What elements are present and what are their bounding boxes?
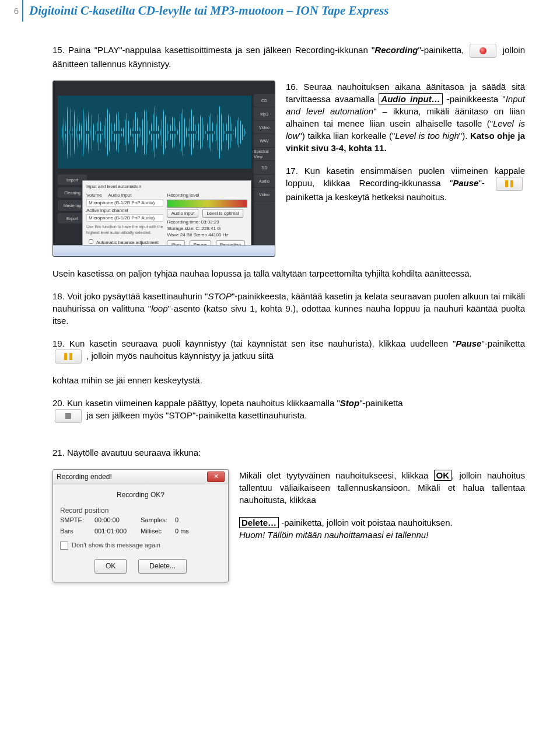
text: 15. Paina "PLAY"-nappulaa kasettisoittim… [52,45,374,55]
delete-button[interactable]: Delete... [138,559,187,574]
side-item: Mp3 [254,107,275,121]
text: 20. Kun kasetin viimeinen kappale päätty… [52,398,340,408]
side-item: WAV [254,134,275,148]
paragraph-21-lead: 21. Näytölle avautuu seuraava ikkuna: [52,446,525,459]
waveform-display [58,96,251,169]
text: painiketta ja keskeytä hetkeksi nauhoitu… [286,192,447,202]
dialog-titlebar: Recording ended! ✕ [53,470,228,484]
text: Mikäli olet tyytyväinen nauhoitukseesi, … [239,470,434,480]
dlg-checkbox [89,239,93,244]
ok-button[interactable]: OK [94,559,127,574]
paragraph-15: 15. Paina "PLAY"-nappulaa kasettisoittim… [52,44,525,70]
emphasis-pause: Pause [453,178,478,188]
dlg-label: Recording level [167,192,247,198]
paragraph-19: 19. Kun kasetin seuraava puoli käynnisty… [52,337,525,364]
text: "). [459,131,470,141]
emphasis: Level is too high [395,131,459,141]
grid-label: Bars [60,527,92,536]
paragraph-17: 17. Kun kasetin ensimmäisen puolen viime… [286,165,525,203]
emphasis-recording: Recording [374,45,418,55]
paragraph-18: 18. Voit joko pysäyttää kasettinauhurin … [52,290,525,327]
grid-value: 001:01:000 [94,527,138,536]
dlg-hint: Use this function to have the input with… [86,224,163,236]
emphasis-stop: Stop [340,398,359,408]
dialog-button-bar: OK Delete... [60,556,221,579]
grid-value: 00:00:00 [94,516,138,525]
side-item: Video [254,188,275,201]
side-item: CD [254,94,275,107]
sidebar-strip: CD Mp3 Video WAV Spectral View 3,0 Audio… [254,94,275,256]
dlg-label: Recording time: 03:02:29 [167,219,247,225]
dont-show-row: Don't show this message again [60,541,221,550]
document-body: 15. Paina "PLAY"-nappulaa kasettisoittim… [0,22,560,606]
level-meter [167,200,247,208]
dlg-field: Microphone (B-1/2B PnP Audio) [86,199,163,207]
side-item: 3,0 [254,161,275,174]
paragraph-21a: Mikäli olet tyytyväinen nauhoitukseesi, … [239,469,525,506]
side-item: Audio [254,174,275,188]
text: , jolloin myös nauhoitus käynnistyy ja j… [86,351,274,361]
taskbar [53,245,275,256]
step21-row: Recording ended! ✕ Recording OK? Record … [52,469,525,582]
page-number: 6 [0,0,22,22]
dlg-label: Storage size: C: 228.41 G [167,225,247,232]
dialog-title-text: Recording ended! [57,472,112,482]
app-screenshot: CD Mp3 Video WAV Spectral View 3,0 Audio… [52,81,275,257]
stop-icon [55,409,82,423]
grid-value: 0 ms [175,527,192,536]
side-item: Spectral View [254,148,275,161]
paragraph-usein: Usein kasetissa on paljon tyhjää nauhaa … [52,267,525,280]
dialog-message: Recording OK? [60,490,221,500]
paragraph-19b: kohtaa mihin se jäi ennen keskeytystä. [52,374,525,386]
emphasis-stop: STOP [208,291,232,301]
dlg-label: Automatic balance adjustment [96,240,159,245]
text: -painikkeesta " [443,94,506,104]
paragraph-20: 20. Kun kasetin viimeinen kappale päätty… [52,397,525,423]
text: "- [478,178,484,188]
text: 17. Kun kasetin ensimmäisen puolen viime… [286,166,525,188]
checkbox-label: Don't show this message again [72,541,160,550]
recording-ended-dialog: Recording ended! ✕ Recording OK? Record … [52,469,229,582]
dlg-label: Active input channel [86,207,163,214]
boxed-ok: OK [434,470,452,481]
text: 19. Kun kasetin seuraava puoli käynnisty… [52,338,456,348]
paragraph-21b: Delete… -painiketta, jolloin voit poista… [239,516,525,541]
record-icon [470,44,496,58]
boxed-delete: Delete… [239,517,279,528]
pause-icon [55,350,82,364]
paragraph-16: 16. Seuraa nauhoituksen aikana äänitasoa… [286,81,525,154]
text: "-painiketta, [418,45,464,55]
text: ") taikka liian korkealle (" [299,131,396,141]
emphasis-huom: Huom! Tällöin mitään nauhoittamaasi ei t… [239,530,428,540]
grid-label: SMPTE: [60,516,92,525]
text: 18. Voit joko pysäyttää kasettinauhurin … [52,291,208,301]
dlg-label: Volume Audio input [86,192,163,198]
text: ja sen jälkeen myös "STOP"-painiketta ka… [86,410,307,420]
step16-row: CD Mp3 Video WAV Spectral View 3,0 Audio… [52,81,525,257]
dlg-title: Input and level automation [86,183,247,190]
text: -painiketta, jolloin voit poistaa nauhoi… [279,518,453,528]
grid-value: 0 [175,516,192,525]
grid-label: Millisec [141,527,173,536]
side-item: Video [254,121,275,134]
emphasis-loop: loop [151,303,167,313]
emphasis-pause: Pause [456,338,481,348]
dlg-btn: Level is optimal [202,209,243,218]
grid-label: Samples: [141,516,173,525]
dlg-field: Microphone (B-1/2B PnP Audio) [86,214,163,222]
input-level-dialog: Input and level automation Volume Audio … [82,180,251,250]
text: "-painiketta [481,338,525,348]
dlg-btn: Audio input [167,209,198,218]
dlg-label: Wave 24 Bit Stereo 44100 Hz [167,232,247,238]
dialog-section-label: Record position [60,506,221,516]
text: "-painiketta [359,398,403,408]
checkbox[interactable] [60,542,68,550]
boxed-audio-input: Audio input… [379,93,442,104]
page-header: 6 Digitointi C-kasetilta CD-levylle tai … [0,0,560,22]
document-title: Digitointi C-kasetilta CD-levylle tai MP… [22,0,560,22]
pause-icon [496,177,523,191]
close-icon[interactable]: ✕ [207,471,225,482]
dialog-grid: SMPTE: 00:00:00 Samples: 0 Bars 001:01:0… [60,516,221,536]
